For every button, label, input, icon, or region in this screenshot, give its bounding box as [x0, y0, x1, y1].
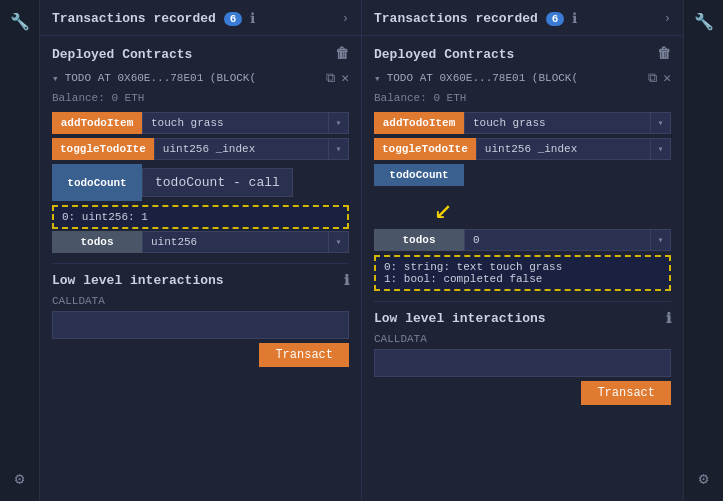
left-fn-todos: todos ▾ — [52, 231, 349, 253]
left-contract-name: TODO AT 0X60E...78E01 (BLOCK( — [65, 72, 321, 84]
right-low-level-title: Low level interactions ℹ — [374, 310, 671, 327]
right-todos-result-line1: 0: string: text touch grass — [384, 261, 661, 273]
right-contract-name: TODO AT 0X60E...78E01 (BLOCK( — [387, 72, 643, 84]
left-low-level-info[interactable]: ℹ — [344, 272, 349, 289]
left-calldata-label: CALLDATA — [52, 295, 349, 307]
right-fn-todoCount: todoCount — [374, 164, 671, 186]
left-calldata-input[interactable] — [52, 311, 349, 339]
left-transact-btn[interactable]: Transact — [259, 343, 349, 367]
left-todos-dropdown[interactable]: ▾ — [329, 231, 349, 253]
left-info-icon[interactable]: ℹ — [250, 10, 255, 27]
left-balance: Balance: 0 ETH — [52, 92, 349, 104]
left-toggleTodoItem-btn[interactable]: toggleTodoIte — [52, 138, 154, 160]
right-contract-header: ▾ TODO AT 0X60E...78E01 (BLOCK( ⧉ ✕ — [374, 70, 671, 86]
right-todos-input[interactable] — [464, 229, 651, 251]
left-fn-todoCount: todoCount todoCount - call — [52, 164, 349, 201]
right-contract-chevron[interactable]: ▾ — [374, 72, 381, 85]
left-low-level: Low level interactions ℹ CALLDATA Transa… — [52, 263, 349, 339]
left-copy-icon[interactable]: ⧉ — [326, 71, 335, 86]
left-badge: 6 — [224, 12, 243, 26]
left-todoCount-tooltip: todoCount - call — [142, 168, 293, 197]
left-todoCount-btn[interactable]: todoCount — [52, 164, 142, 201]
right-fn-todos-wrapper: todos ▾ 0: string: text touch grass 1: b… — [374, 229, 671, 291]
right-todos-dropdown[interactable]: ▾ — [651, 229, 671, 251]
left-panel: Transactions recorded 6 ℹ › Deployed Con… — [40, 0, 362, 501]
right-toggleTodoItem-btn[interactable]: toggleTodoIte — [374, 138, 476, 160]
right-balance: Balance: 0 ETH — [374, 92, 671, 104]
left-toggleTodoItem-dropdown[interactable]: ▾ — [329, 138, 349, 160]
right-toggleTodoItem-dropdown[interactable]: ▾ — [651, 138, 671, 160]
right-todos-result-line2: 1: bool: completed false — [384, 273, 661, 285]
left-deployed-title: Deployed Contracts 🗑 — [52, 46, 349, 62]
left-todoCount-result: 0: uint256: 1 — [52, 205, 349, 229]
right-info-icon[interactable]: ℹ — [572, 10, 577, 27]
right-wrench-icon[interactable]: 🔧 — [692, 10, 716, 34]
right-close-icon[interactable]: ✕ — [663, 70, 671, 86]
right-chevron-right[interactable]: › — [664, 12, 671, 26]
sidebar-right: 🔧 ⚙️ — [683, 0, 723, 501]
right-panel-header: Transactions recorded 6 ℹ › — [362, 0, 683, 36]
left-chevron-right[interactable]: › — [342, 12, 349, 26]
right-deployed-title: Deployed Contracts 🗑 — [374, 46, 671, 62]
right-addTodoItem-input[interactable] — [464, 112, 651, 134]
left-close-icon[interactable]: ✕ — [341, 70, 349, 86]
right-toggleTodoItem-input[interactable] — [476, 138, 651, 160]
right-low-level: Low level interactions ℹ CALLDATA Transa… — [374, 301, 671, 377]
right-gear-icon[interactable]: ⚙️ — [692, 467, 716, 491]
left-todos-btn[interactable]: todos — [52, 231, 142, 253]
gear-icon[interactable]: ⚙️ — [8, 467, 32, 491]
right-badge: 6 — [546, 12, 565, 26]
right-todos-btn[interactable]: todos — [374, 229, 464, 251]
left-panel-title: Transactions recorded — [52, 11, 216, 26]
right-low-level-info[interactable]: ℹ — [666, 310, 671, 327]
left-low-level-title: Low level interactions ℹ — [52, 272, 349, 289]
right-addTodoItem-btn[interactable]: addTodoItem — [374, 112, 464, 134]
right-trash-icon[interactable]: 🗑 — [657, 46, 671, 62]
right-yellow-arrow: ↙ — [374, 190, 671, 227]
left-contract-chevron[interactable]: ▾ — [52, 72, 59, 85]
left-panel-body: Deployed Contracts 🗑 ▾ TODO AT 0X60E...7… — [40, 36, 361, 501]
sidebar-left: 🔧 ⚙️ — [0, 0, 40, 501]
right-transact-btn[interactable]: Transact — [581, 381, 671, 405]
wrench-icon[interactable]: 🔧 — [8, 10, 32, 34]
right-panel: Transactions recorded 6 ℹ › Deployed Con… — [362, 0, 683, 501]
right-todos-result: 0: string: text touch grass 1: bool: com… — [374, 255, 671, 291]
left-trash-icon[interactable]: 🗑 — [335, 46, 349, 62]
right-addTodoItem-dropdown[interactable]: ▾ — [651, 112, 671, 134]
right-calldata-input[interactable] — [374, 349, 671, 377]
right-fn-toggleTodoItem: toggleTodoIte ▾ — [374, 138, 671, 160]
left-addTodoItem-input[interactable] — [142, 112, 329, 134]
left-todos-input[interactable] — [142, 231, 329, 253]
left-fn-addTodoItem: addTodoItem ▾ — [52, 112, 349, 134]
left-addTodoItem-dropdown[interactable]: ▾ — [329, 112, 349, 134]
left-contract-header: ▾ TODO AT 0X60E...78E01 (BLOCK( ⧉ ✕ — [52, 70, 349, 86]
right-panel-body: Deployed Contracts 🗑 ▾ TODO AT 0X60E...7… — [362, 36, 683, 501]
left-toggleTodoItem-input[interactable] — [154, 138, 329, 160]
right-fn-addTodoItem: addTodoItem ▾ — [374, 112, 671, 134]
left-fn-toggleTodoItem: toggleTodoIte ▾ — [52, 138, 349, 160]
right-calldata-label: CALLDATA — [374, 333, 671, 345]
right-fn-todos: todos ▾ — [374, 229, 671, 251]
left-panel-header: Transactions recorded 6 ℹ › — [40, 0, 361, 36]
left-addTodoItem-btn[interactable]: addTodoItem — [52, 112, 142, 134]
right-todoCount-btn[interactable]: todoCount — [374, 164, 464, 186]
left-fn-todoCount-wrapper: todoCount todoCount - call 0: uint256: 1 — [52, 164, 349, 229]
right-panel-title: Transactions recorded — [374, 11, 538, 26]
right-copy-icon[interactable]: ⧉ — [648, 71, 657, 86]
